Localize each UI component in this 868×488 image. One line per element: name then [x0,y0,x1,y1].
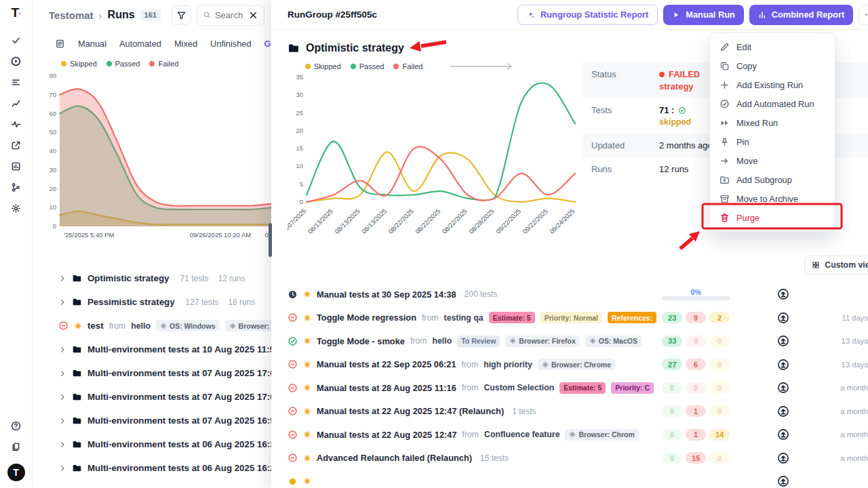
menu-item-add-automated-run[interactable]: Add Automated Run [710,94,835,113]
menu-item-purge[interactable]: Purge [710,208,835,227]
count-passed: 27 [662,359,682,370]
scrollbar-thumb[interactable] [269,223,272,257]
run-time: a month ago [837,454,868,462]
count-passed: 23 [662,312,682,323]
chevron-right-icon[interactable] [58,464,66,472]
tab-manual[interactable]: Manual [78,39,106,49]
rail-item-analytics[interactable] [5,93,28,114]
chevron-right-icon[interactable] [58,417,66,425]
tab-automated[interactable]: Automated [119,39,161,49]
run-title[interactable]: Manual tests at 28 Aug 2025 11:16 [317,383,456,393]
run-title[interactable]: Toggle Mode - smoke [317,336,405,346]
run-title[interactable]: Manual tests at 22 Aug 2025 12:47 [317,430,457,440]
menu-item-add-existing-run[interactable]: Add Existing Run [710,75,835,94]
run-row[interactable]: Advanced Relaunch failed (Relaunch)15 te… [288,447,868,470]
rail-item-export[interactable] [5,135,28,156]
menu-item-move-to-archive[interactable]: Move to Archive [710,189,835,208]
group-row[interactable]: Multi-environment tests at 10 Aug 2025 1… [33,338,271,361]
svg-text:08/13/2025: 08/13/2025 [307,207,334,235]
run-title[interactable]: Manual tests at 22 Aug 2025 12:47 (Relau… [317,406,504,416]
rail-item-runs[interactable] [5,51,28,72]
rungroup-statistic-report-button[interactable]: Rungroup Statistic Report [517,5,658,25]
publish-report-icon[interactable] [777,382,789,394]
search-clear-icon[interactable] [248,10,258,20]
publish-report-icon[interactable] [777,405,789,418]
publish-report-icon[interactable] [777,359,789,371]
rail-item-help[interactable] [5,415,28,436]
rail-item-docs[interactable] [5,436,28,458]
passed-check-icon [678,106,686,115]
custom-view-button[interactable]: Custom view [804,256,868,274]
chevron-right-icon[interactable] [58,298,66,306]
chevron-right-icon[interactable] [58,369,66,378]
run-row[interactable]: Manual tests at 22 Sep 2025 06:21fromhig… [288,353,868,377]
publish-icon [777,359,789,371]
publish-report-icon[interactable] [777,452,789,464]
tab-unfinished[interactable]: Unfinished [210,39,251,49]
search-box[interactable] [197,5,264,26]
group-row[interactable]: Multi-environment tests at 07 Aug 2025 1… [33,385,271,409]
group-row[interactable]: Multi-environment tests at 07 Aug 2025 1… [33,409,271,432]
menu-item-add-subgroup[interactable]: Add Subgroup [710,170,835,189]
menu-item-move[interactable]: Move [710,151,835,170]
chevron-right-icon[interactable] [58,274,66,283]
run-title[interactable]: Advanced Relaunch failed (Relaunch) [317,453,472,463]
menu-item-copy[interactable]: Copy [710,56,835,75]
publish-report-icon[interactable] [777,428,789,441]
menu-item-pin[interactable]: Pin [710,132,835,151]
search-input[interactable] [215,10,244,20]
run-title[interactable]: Manual tests at 22 Sep 2025 06:21 [317,359,456,369]
manual-run-button[interactable]: Manual Run [663,5,744,25]
run-row[interactable]: Toggle Mode regressionfromtesting qaEsti… [288,306,868,330]
run-row[interactable]: Manual tests at 22 Aug 2025 12:47fromCon… [288,423,868,447]
rail-item-pulse[interactable] [5,114,28,135]
chevron-right-icon[interactable] [58,441,66,449]
rail-item-tests[interactable] [5,30,28,51]
run-row[interactable]: Manual tests at 30 Sep 2025 14:38200 tes… [288,283,868,306]
run-row[interactable] [288,470,868,488]
gear-icon [160,323,167,329]
badge: Browser: Chrome [538,359,615,370]
status-icon [288,476,298,487]
group-row[interactable]: Multi-environment tests at 07 Aug 2025 1… [33,361,271,385]
rail-item-reports[interactable] [5,156,28,177]
menu-item-mixed-run[interactable]: Mixed Run [710,113,835,132]
chevron-right-icon[interactable] [58,393,66,401]
chevron-right-icon[interactable] [58,346,66,354]
publish-report-icon[interactable] [777,312,789,324]
rail-item-settings[interactable] [5,198,28,219]
run-row[interactable]: Manual tests at 28 Aug 2025 11:16fromCus… [288,376,868,400]
rail-item-branches[interactable] [5,177,28,198]
search-icon [203,11,211,19]
more-actions-button[interactable] [859,5,868,25]
legend-item: Failed [393,62,422,70]
tab-g[interactable]: G [264,39,271,49]
run-meta: 15 tests [480,453,509,463]
arrow-right-icon [719,156,730,166]
svg-text:0: 0 [53,222,56,230]
count-failed: 6 [686,359,706,370]
manual-run-icon [303,454,311,462]
publish-report-icon[interactable] [777,288,789,300]
menu-item-edit[interactable]: Edit [710,37,835,56]
folder-icon [72,463,82,473]
group-row[interactable]: Pessimistic strategy127 tests18 runs [33,290,271,314]
publish-report-icon[interactable] [777,335,789,347]
run-row[interactable]: Toggle Mode - smokefromhelloTo ReviewBro… [288,329,868,353]
publish-report-icon[interactable] [777,475,789,487]
breadcrumb-brand[interactable]: Testomat [49,9,94,21]
combined-report-button[interactable]: Combined Report [749,5,853,25]
run-title[interactable]: Manual tests at 30 Sep 2025 14:38 [317,289,456,300]
filter-button[interactable] [172,5,191,25]
group-row[interactable]: Multi-environment tests at 06 Aug 2025 1… [33,456,271,480]
run-row[interactable]: Manual tests at 22 Aug 2025 12:47 (Relau… [288,400,868,424]
tab-mixed[interactable]: Mixed [174,39,197,49]
brand-logo[interactable]: T' [12,5,21,20]
rail-item-plans[interactable] [5,72,28,93]
run-title[interactable]: Toggle Mode regression [317,312,416,323]
account-logo[interactable]: T [7,464,25,481]
settings-icon [11,203,21,214]
group-row[interactable]: Optimistic strategy71 tests12 runs [33,266,271,290]
group-row[interactable]: Multi-environment tests at 06 Aug 2025 1… [33,432,271,456]
run-row-test[interactable]: test fromhello OS: WindowsBrowser: Chrom… [33,314,271,338]
